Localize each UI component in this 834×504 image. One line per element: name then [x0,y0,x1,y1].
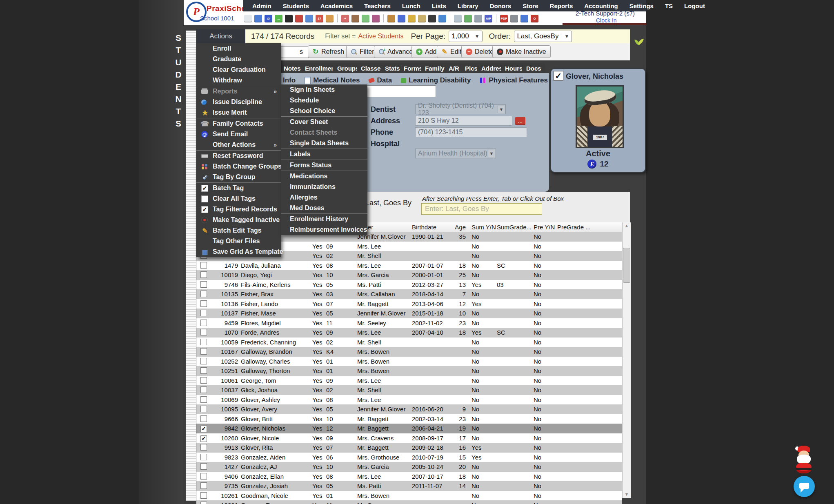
submenu-item-labels[interactable]: Labels [281,149,367,160]
ap-icon[interactable]: A/P [485,15,492,22]
row-checkbox[interactable] [200,310,207,316]
per-page-select[interactable]: 1,000▼ [449,31,482,42]
search-icon[interactable] [244,15,252,22]
money-icon[interactable] [362,15,369,22]
nav-item-accounting[interactable]: Accounting [580,2,622,9]
menu-item-batch-tag[interactable]: ✓Batch Tag [196,183,281,193]
menu-item-send-email[interactable]: @Send Email [196,129,281,140]
nav-item-lunch[interactable]: Lunch [398,2,424,9]
row-checkbox[interactable] [200,271,207,278]
tab-a-r[interactable]: A/R [445,63,463,73]
menu-item-graduate[interactable]: Graduate [196,54,281,64]
menu-item-batch-edit-tags[interactable]: ✎Batch Edit Tags [196,225,281,236]
menu-item-save-grid-as-template[interactable]: ▦Save Grid As Template [196,246,281,257]
nav-item-logout[interactable]: Logout [681,2,709,9]
row-checkbox[interactable] [200,415,207,422]
table-row[interactable]: 10261Goodman, NicoleYes01Mrs. BowenNoNo [196,491,622,501]
person-icon[interactable] [428,15,436,22]
bell-icon[interactable] [408,15,416,22]
calendar-grid-icon[interactable] [254,15,262,22]
menu-item-reset-password[interactable]: Reset Password [196,151,281,161]
row-checkbox[interactable] [200,492,207,499]
order-select[interactable]: Last, GoesBy▼ [514,31,572,42]
menu-item-clear-graduation[interactable]: Clear Graduation [196,64,281,75]
table-row[interactable]: 9913Glover, RitaYes07Mr. Baggett2009-02-… [196,443,622,453]
row-checkbox[interactable] [200,358,207,364]
menu-item-reports[interactable]: Reports» [196,86,281,97]
lunch-icon[interactable] [387,15,395,22]
row-checkbox[interactable] [200,281,207,288]
submenu-item-medications[interactable]: Medications [281,171,367,182]
submenu-item-forms-status[interactable]: Forms Status [281,160,367,171]
clock-icon[interactable] [438,15,446,22]
table-icon[interactable] [454,15,462,22]
map-lookup-button[interactable]: … [515,117,525,125]
table-row[interactable]: 10059Frederick, ChanningYes02Mr. ShellNo… [196,337,622,347]
table-row[interactable]: 10019Diego, YegiYes10Mrs. Garcia2000-01-… [196,270,622,280]
column-header-age[interactable]: Age [449,222,466,232]
nav-item-library[interactable]: Library [454,2,482,9]
nav-item-settings[interactable]: Settings [626,2,657,9]
submenu-item-school-choice[interactable]: School Choice [281,106,367,116]
row-checkbox[interactable] [200,329,207,335]
row-checkbox[interactable] [200,262,207,269]
table-row[interactable]: 1070Forde, AndresYes09Mrs. Lee2007-04-10… [196,328,622,337]
medical-text-input[interactable] [357,85,436,97]
make-inactive-button[interactable]: Make Inactive [492,45,551,58]
subnav-medical-notes[interactable]: Medical Notes [305,76,360,84]
row-checkbox[interactable] [200,473,207,480]
table-row[interactable]: 1427Gonzalez, AJYes10Mrs. Garcia2005-10-… [196,462,622,472]
printer-icon[interactable] [510,15,518,22]
menu-item-batch-change-groups[interactable]: Batch Change Groups [196,161,281,172]
menu-item-issue-discipline[interactable]: Issue Discipline [196,97,281,107]
row-checkbox[interactable] [200,320,207,326]
phone-icon[interactable] [285,15,293,22]
menu-item-clear-all-tags[interactable]: Clear All Tags [196,193,281,204]
submenu-item-med-doses[interactable]: Med Doses [281,203,367,213]
row-checkbox[interactable] [200,300,207,307]
chat-icon[interactable]: ... [275,15,282,22]
table-row[interactable]: 9666Glover, BrittYes10Mr. Baggett2002-03… [196,414,622,424]
menu-item-withdraw[interactable]: Withdraw [196,75,281,86]
notebook-icon[interactable] [398,15,405,22]
subnav-data[interactable]: Data [369,76,392,84]
staff-icon[interactable] [351,15,359,22]
nav-item-teachers[interactable]: Teachers [360,2,394,9]
row-checkbox[interactable]: ✓ [200,435,207,442]
email-at-icon[interactable]: @ [265,15,272,22]
table-row[interactable]: 9406Gonzalez, ElianYes08Mrs. Lee2007-10-… [196,472,622,482]
submenu-item-single-data-sheets[interactable]: Single Data Sheets [281,138,367,149]
column-header-sum[interactable]: Sum Y/N [471,222,494,232]
chat-widget-button[interactable] [794,476,815,497]
folder-icon[interactable] [418,15,426,22]
nav-item-lists[interactable]: Lists [428,2,450,9]
table-row[interactable]: 1479Davila, JulianaYes08Mrs. Lee2007-01-… [196,261,622,271]
nav-item-store[interactable]: Store [519,2,542,9]
menu-item-make-tagged-inactive[interactable]: Make Tagged Inactive [196,215,281,225]
table-row[interactable]: 9735Gonzalez, JosiahYes05Ms. Patti2011-1… [196,481,622,491]
row-checkbox[interactable] [200,339,207,345]
pdf-icon[interactable]: PDF [500,15,508,22]
search-input[interactable] [421,203,542,215]
nav-item-admin[interactable]: Admin [249,2,275,9]
column-header-pregrade[interactable]: PreGrade ... [557,222,595,232]
submenu-item-cover-sheet[interactable]: Cover Sheet [281,117,367,127]
calendar-date-icon[interactable]: 17 [316,15,323,22]
power-icon[interactable]: O [531,15,538,22]
globe-icon[interactable] [520,15,528,22]
row-checkbox[interactable] [200,396,207,403]
nav-item-students[interactable]: Students [279,2,313,9]
calendar-icon[interactable] [305,15,313,22]
menu-item-issue-merit[interactable]: ★Issue Merit [196,107,281,118]
family-icon[interactable] [372,15,380,22]
subnav-info[interactable]: Info [283,76,296,84]
megaphone-icon[interactable] [326,15,334,22]
table-row[interactable]: 10037Glick, JoshuaYes02Mr. ShellNoNo [196,385,622,395]
column-header-birthdate[interactable]: Birthdate [412,222,451,232]
card-checkbox[interactable]: ✓ [554,71,563,81]
column-header-pre[interactable]: Pre Y/N [534,222,554,232]
row-checkbox[interactable]: ✓ [200,426,207,432]
scrollbar-thumb[interactable] [623,248,630,283]
table-row[interactable]: 10001Gregory, TomYes11Mr. CampNoNo [196,500,622,504]
row-checkbox[interactable] [200,367,207,374]
